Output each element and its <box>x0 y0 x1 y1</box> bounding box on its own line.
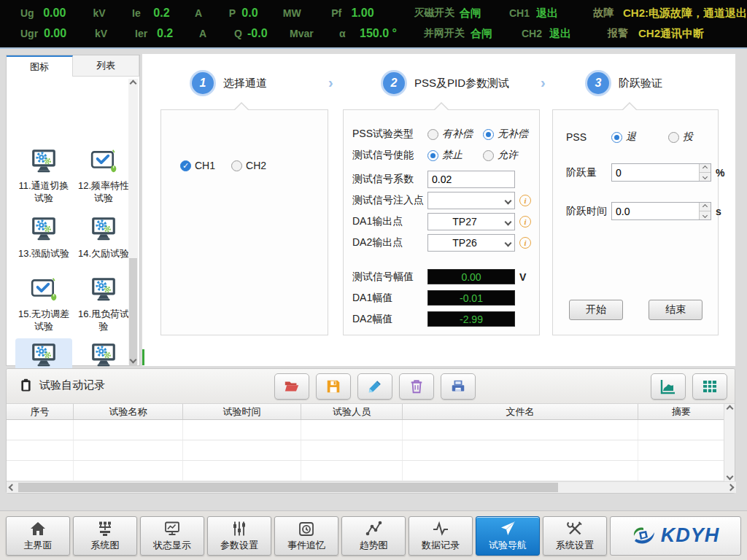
metric-label: Ie <box>132 7 153 19</box>
info-icon[interactable]: i <box>519 237 531 249</box>
parameter-settings-icon <box>231 520 248 537</box>
nav-parameter-settings[interactable]: 参数设置 <box>207 516 271 556</box>
edit-record-button[interactable] <box>357 373 392 400</box>
metric-label: Ug <box>20 7 43 19</box>
select-value: TP26 <box>428 237 501 249</box>
kdyh-logo: KDYH <box>610 516 741 556</box>
scrollbar-thumb[interactable] <box>129 258 137 366</box>
fault-message: CH2:电源故障，通道退出 <box>623 7 747 20</box>
delete-record-button[interactable] <box>399 373 434 400</box>
unit-label: V <box>519 271 526 283</box>
nav-system-settings[interactable]: 系统设置 <box>543 516 607 556</box>
step-time-input[interactable] <box>612 203 699 219</box>
sidebar-item-frequency-characteristic-test[interactable]: 12.频率特性试验 <box>75 144 132 204</box>
radio-with-compensation[interactable] <box>427 129 438 140</box>
record-header-bar: 试验自动记录 <box>7 369 735 404</box>
scrollbar-thumb[interactable] <box>18 483 558 492</box>
step-amount-stepper[interactable] <box>611 163 711 182</box>
spinner-down-icon[interactable] <box>700 211 711 219</box>
table-row[interactable] <box>7 420 724 440</box>
sidebar-scrollbar[interactable] <box>128 79 138 365</box>
nav-test-navigation[interactable]: 试验导航 <box>476 516 540 556</box>
radio-enable[interactable] <box>483 150 494 161</box>
metric-unit: A <box>199 28 234 39</box>
monitor-gear-icon <box>90 277 117 302</box>
scroll-down-icon[interactable] <box>128 355 138 365</box>
edit-icon <box>367 378 383 394</box>
sidebar-item-label: 16.甩负荷试验 <box>75 308 132 332</box>
signal-coefficient-input[interactable] <box>427 171 515 188</box>
scroll-up-icon[interactable] <box>724 404 735 413</box>
sidebar-item-load-rejection-test[interactable]: 16.甩负荷试验 <box>75 273 132 332</box>
table-row[interactable] <box>7 440 724 461</box>
wizard-step-1: 1 选择通道 <box>192 72 267 94</box>
table-view-button[interactable] <box>692 373 727 400</box>
metric-label: P <box>229 7 242 19</box>
scroll-left-icon[interactable] <box>7 482 18 493</box>
scroll-up-icon[interactable] <box>128 79 138 88</box>
info-icon[interactable]: i <box>519 216 531 228</box>
nav-system-diagram[interactable]: 系统图 <box>73 516 137 556</box>
sidebar-item-label: 12.频率特性试验 <box>75 179 132 204</box>
step-time-stepper[interactable] <box>611 202 711 220</box>
nav-event-recall[interactable]: 事件追忆 <box>274 516 338 556</box>
info-icon[interactable]: i <box>519 195 531 206</box>
field-label: PSS试验类型 <box>352 128 427 141</box>
column-header[interactable]: 摘要 <box>638 404 724 419</box>
sidebar-item-reactive-droop-test[interactable]: 15.无功调差试验 <box>15 273 72 332</box>
scroll-down-icon[interactable] <box>724 472 735 481</box>
da2-output-select[interactable]: TP26 <box>427 234 515 252</box>
tab-list-view[interactable]: 列表 <box>73 55 139 77</box>
status-display-icon <box>163 520 181 537</box>
spinner-up-icon[interactable] <box>700 164 711 173</box>
column-header[interactable]: 试验名称 <box>74 404 183 419</box>
record-vertical-scrollbar[interactable] <box>724 404 735 481</box>
sidebar-item-label: 14.欠励试验 <box>75 247 132 260</box>
metric-unit: MW <box>283 7 331 19</box>
spinner-up-icon[interactable] <box>700 203 711 211</box>
sidebar-item-channel-switch-test[interactable]: 11.通道切换试验 <box>15 144 72 204</box>
radio-disable[interactable] <box>427 150 438 161</box>
tab-label: 图标 <box>30 61 49 74</box>
clipboard-icon <box>18 378 34 393</box>
nav-data-record[interactable]: 数据记录 <box>409 516 473 556</box>
chevron-down-icon <box>501 198 514 203</box>
column-header[interactable]: 序号 <box>7 404 74 419</box>
nav-status-display[interactable]: 状态显示 <box>140 516 204 556</box>
nav-trend-chart[interactable]: 趋势图 <box>341 516 406 556</box>
table-row[interactable] <box>7 461 724 481</box>
end-button[interactable]: 结束 <box>649 300 703 320</box>
tab-icon-view[interactable]: 图标 <box>7 55 73 77</box>
sidebar-item-under-excitation-test[interactable]: 14.欠励试验 <box>75 212 132 260</box>
column-header[interactable]: 试验人员 <box>301 404 403 419</box>
save-record-button[interactable] <box>316 373 351 400</box>
sidebar-item-forced-excitation-test[interactable]: 13.强励试验 <box>15 212 72 260</box>
step-amount-input[interactable] <box>612 164 699 181</box>
record-horizontal-scrollbar[interactable] <box>7 481 736 493</box>
field-label: 阶跃量 <box>566 166 611 179</box>
da1-output-select[interactable]: TP27 <box>427 213 515 230</box>
radio-without-compensation[interactable] <box>483 129 494 140</box>
nav-main-screen[interactable]: 主界面 <box>6 516 70 556</box>
radio-pss-off[interactable] <box>611 132 622 143</box>
chart-view-button[interactable] <box>651 373 686 400</box>
start-button[interactable]: 开始 <box>569 300 623 320</box>
record-title: 试验自动记录 <box>18 378 105 393</box>
radio-pss-on[interactable] <box>668 132 679 143</box>
field-label: 测试信号幅值 <box>352 271 427 284</box>
radio-ch2[interactable] <box>231 160 242 171</box>
spinner-down-icon[interactable] <box>700 173 711 181</box>
radio-ch1[interactable] <box>180 160 191 171</box>
step-number-badge: 1 <box>192 72 214 94</box>
chart-view-icon <box>659 378 677 395</box>
metric-value: 1.00 <box>351 7 414 20</box>
open-record-button[interactable] <box>274 373 309 400</box>
inject-point-select[interactable] <box>427 192 515 209</box>
channel-state: 退出 <box>536 7 593 20</box>
column-header[interactable]: 试验时间 <box>183 404 301 419</box>
chevron-down-icon <box>501 241 514 246</box>
column-header[interactable]: 文件名 <box>403 404 638 419</box>
scroll-right-icon[interactable] <box>725 482 736 493</box>
metric-value: 0.2 <box>157 27 199 40</box>
print-record-button[interactable] <box>441 373 476 400</box>
